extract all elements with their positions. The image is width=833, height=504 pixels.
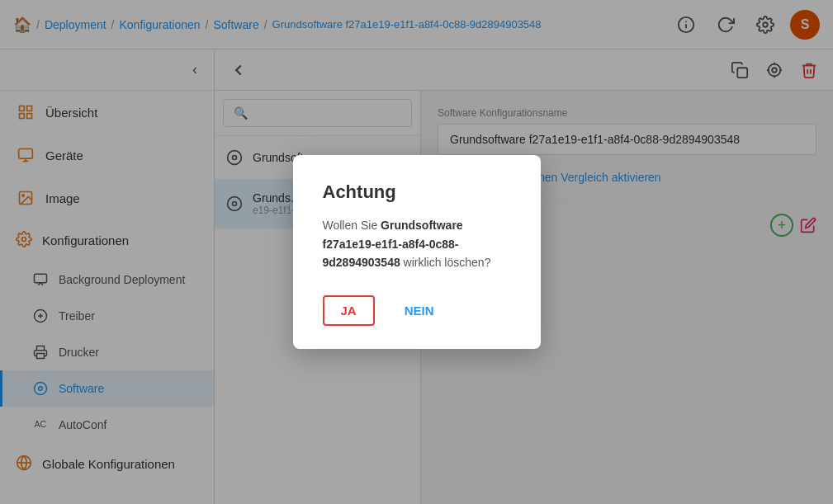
dialog-overlay: Achtung Wollen Sie Grundsoftware f27a1e1… bbox=[0, 0, 833, 504]
dialog-body-suffix: wirklich löschen? bbox=[400, 256, 491, 269]
confirm-no-button[interactable]: NEIN bbox=[388, 297, 451, 324]
confirm-yes-button[interactable]: JA bbox=[323, 295, 375, 326]
dialog-body-prefix: Wollen Sie bbox=[323, 219, 381, 232]
dialog-title: Achtung bbox=[323, 181, 511, 203]
dialog-body: Wollen Sie Grundsoftware f27a1e19-e1f1-a… bbox=[323, 216, 511, 271]
dialog-actions: JA NEIN bbox=[323, 295, 511, 326]
confirm-dialog: Achtung Wollen Sie Grundsoftware f27a1e1… bbox=[293, 155, 541, 348]
